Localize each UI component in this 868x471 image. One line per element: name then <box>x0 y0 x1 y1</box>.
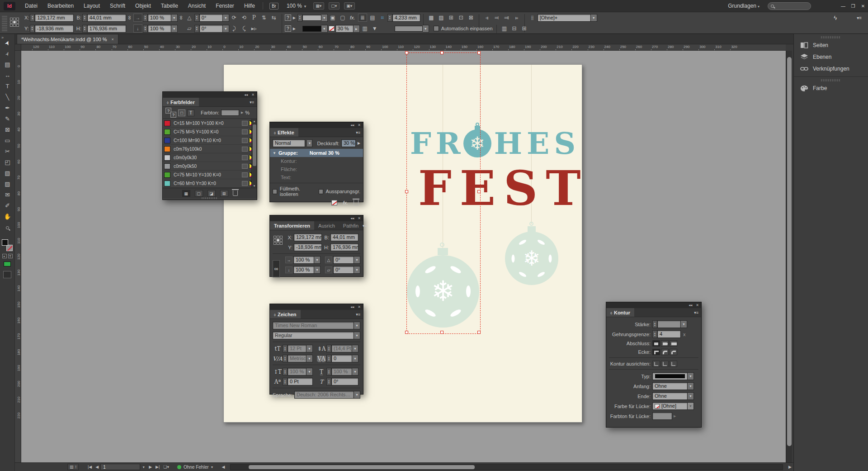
container-formatting-toggle[interactable]: □ <box>178 109 185 116</box>
arrange-documents-button[interactable]: ▣▾ <box>344 2 355 10</box>
tab-transformieren[interactable]: Transformieren <box>270 221 314 230</box>
swatch-row[interactable]: c0m0y0k50 <box>163 162 257 171</box>
new-swatch-button[interactable]: ⊞ <box>220 190 228 197</box>
chevron-down-icon[interactable]: ▼ <box>307 355 313 362</box>
width-stepper[interactable]: ▲▼ <box>82 14 87 22</box>
delete-effect-icon[interactable] <box>354 200 359 205</box>
bridge-button[interactable]: Br <box>269 3 278 10</box>
dock-gripper[interactable] <box>821 79 841 81</box>
flyout-arrow-icon[interactable]: ▶ <box>354 25 360 33</box>
collapse-panel-icon[interactable]: ◂◂ <box>350 216 354 220</box>
tab-effekte[interactable]: ◊Effekte <box>270 128 298 137</box>
chevron-down-icon[interactable]: ▼ <box>321 14 328 22</box>
opacity-value-field[interactable]: 30 % <box>341 139 356 147</box>
knockout-group-checkbox[interactable] <box>319 189 323 194</box>
rotation-stepper[interactable]: ▲▼ <box>194 14 199 22</box>
chevron-down-icon[interactable]: ▼ <box>211 466 214 469</box>
swatch-row[interactable]: C=75 M=10 Y=100 K=0 <box>163 171 257 179</box>
free-transform-tool[interactable]: ◰ <box>0 157 15 168</box>
fit-center-icon[interactable]: ⊡ <box>457 14 466 22</box>
skew-stepper[interactable]: ▲▼ <box>326 378 331 385</box>
horizontal-scale-field[interactable]: 100 % <box>331 368 352 376</box>
dock-gripper[interactable] <box>821 36 841 38</box>
selection-handle[interactable] <box>477 190 481 193</box>
control-panel-menu-icon[interactable]: ▾≡ <box>857 15 862 20</box>
stroke-type-select[interactable] <box>652 372 688 380</box>
left-dock-expand-icon[interactable]: » <box>1 35 4 40</box>
chevron-down-icon[interactable]: ▼ <box>688 382 694 390</box>
vertical-ruler[interactable]: 0102030405060708090100110120130140150160… <box>15 51 21 462</box>
hand-tool[interactable]: ✋ <box>0 211 15 222</box>
rotate-cw-icon[interactable]: ⟳ <box>230 14 239 22</box>
font-style-select[interactable]: Regular <box>273 332 354 339</box>
chevron-down-icon[interactable]: ▼ <box>354 322 360 329</box>
shear-stepper[interactable]: ▲▼ <box>194 25 199 33</box>
x-stepper[interactable]: ▲▼ <box>30 14 35 22</box>
chevron-down-icon[interactable]: ▼ <box>314 266 321 274</box>
chevron-down-icon[interactable]: ▼ <box>171 14 178 22</box>
chevron-down-icon[interactable]: ▼ <box>354 266 360 274</box>
swatch-row[interactable]: C=100 M=90 Y=10 K=0 <box>163 136 257 145</box>
document-tab[interactable]: *Weihnachts-Menükarte.indd @ 100 % × <box>17 34 118 44</box>
height-stepper[interactable]: ▲▼ <box>82 25 87 33</box>
screen-mode-button[interactable]: ▢▾ <box>329 2 340 10</box>
constrain-scale-icon[interactable]: ∞ <box>273 260 280 277</box>
miter-join-button[interactable] <box>652 349 660 355</box>
tab-farbfelder[interactable]: ◊Farbfelder <box>163 98 199 106</box>
menu-objekt[interactable]: Objekt <box>130 0 156 12</box>
stroke-swatch[interactable] <box>6 245 13 251</box>
hscroll-left-arrow[interactable]: ◀ <box>222 465 225 469</box>
transform-shear-field[interactable]: 0° <box>333 266 354 274</box>
apply-color-swatch[interactable] <box>4 262 11 266</box>
gap-color-select[interactable]: [Ohne] <box>652 402 688 410</box>
baseline-shift-field[interactable]: 0 Pt <box>288 378 313 385</box>
x-field[interactable]: 129,172 mm <box>35 14 74 22</box>
preflight-menu-icon[interactable]: ❏▾ <box>163 465 169 469</box>
frame-insert-icon[interactable]: ⊞ <box>520 24 529 33</box>
panel-menu-icon[interactable]: ▾≡ <box>363 221 370 230</box>
fit-content-prop-icon[interactable]: ▩ <box>427 14 436 22</box>
line-tool[interactable]: ╲ <box>0 92 15 103</box>
fill-stroke-unknown-proxy[interactable]: ?? <box>165 108 176 118</box>
fill-swatch[interactable] <box>2 239 8 246</box>
show-color-swatches-button[interactable]: ▢ <box>195 190 203 197</box>
blend-mode-select[interactable]: Normal <box>273 139 305 147</box>
scrollbar-thumb[interactable] <box>253 124 256 166</box>
swatch-row[interactable]: C=75 M=5 Y=100 K=0 <box>163 128 257 136</box>
fx-menu-icon[interactable]: fx. <box>348 14 357 22</box>
scissors-tool[interactable]: ✂ <box>0 146 15 157</box>
collapse-panel-icon[interactable]: ◂◂ <box>350 123 354 127</box>
panel-titlebar[interactable]: ◂◂✕ <box>606 302 701 308</box>
menu-hilfe[interactable]: Hilfe <box>239 0 260 12</box>
round-cap-button[interactable] <box>661 340 669 347</box>
leading-field[interactable]: (14,4 Pt) <box>331 345 352 352</box>
selection-handle[interactable] <box>440 51 443 54</box>
close-panel-icon[interactable]: ✕ <box>358 123 361 127</box>
close-panel-icon[interactable]: ✕ <box>358 216 361 220</box>
transform-y-field[interactable]: -18,936 mm <box>294 243 322 251</box>
scale-x-field[interactable]: 100 % <box>148 14 171 22</box>
skew-field[interactable]: 0° <box>331 378 359 385</box>
note-tool[interactable]: ✉ <box>0 190 15 200</box>
swatch-scrollbar[interactable]: ▲ ▼ <box>251 119 257 188</box>
fit-content-to-frame-icon[interactable]: ⊞ <box>447 14 456 22</box>
first-page-button[interactable]: |◀ <box>88 465 92 469</box>
chevron-down-icon[interactable]: ▼ <box>223 25 229 33</box>
gradient-feather-tool[interactable]: ▨ <box>0 179 15 190</box>
panel-titlebar[interactable]: ◂◂✕ <box>270 304 363 310</box>
kerning-stepper[interactable]: ▲▼ <box>283 355 288 362</box>
selection-handle[interactable] <box>477 331 481 334</box>
menu-schrift[interactable]: Schrift <box>105 0 130 12</box>
fit-frame-to-content-icon[interactable]: ▨ <box>437 14 446 22</box>
leading-stepper[interactable]: ▲▼ <box>326 345 331 352</box>
prev-page-button[interactable]: ◀ <box>95 465 99 469</box>
chevron-down-icon[interactable]: ▼ <box>314 256 321 264</box>
butt-cap-button[interactable] <box>652 340 660 347</box>
baseline-shift-stepper[interactable]: ▲▼ <box>283 378 288 385</box>
bevel-join-button[interactable] <box>670 349 677 355</box>
scale-y-field[interactable]: 100 % <box>148 25 171 33</box>
scroll-down-icon[interactable]: ▼ <box>252 184 257 188</box>
chevron-down-icon[interactable]: ▼ <box>591 14 597 22</box>
projecting-cap-button[interactable] <box>670 340 677 347</box>
object-effects-icon[interactable]: ▣ <box>328 14 337 22</box>
